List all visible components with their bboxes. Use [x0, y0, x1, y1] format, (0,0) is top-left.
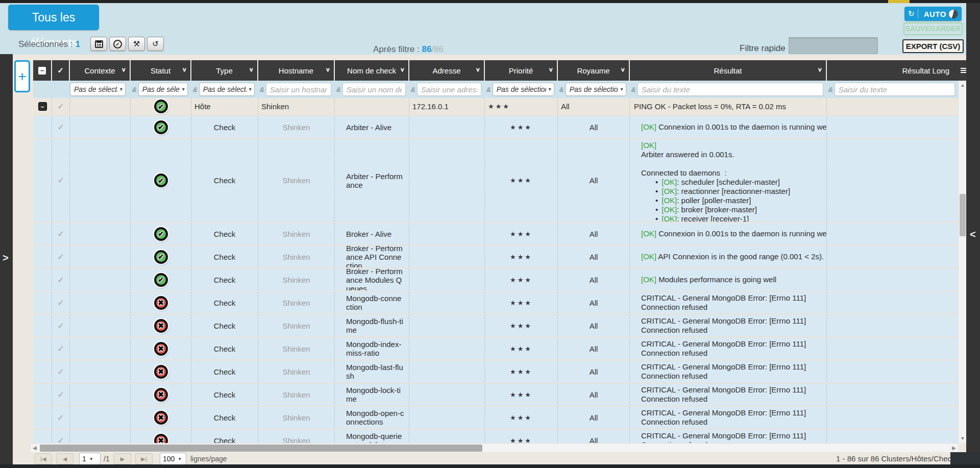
- filter-input-nomcheck[interactable]: [342, 83, 406, 96]
- table-row[interactable]: ✓✖CheckShinkenMongodb-queries-stat delet…: [33, 430, 959, 443]
- table-row[interactable]: ✓✔CheckShinkenArbiter - Alive★★★All[OK] …: [33, 116, 959, 139]
- cell-checked: ✓: [52, 430, 70, 443]
- first-page-button[interactable]: |◀: [35, 453, 52, 464]
- column-label: Priorité: [509, 66, 533, 75]
- row-check-icon[interactable]: ✓: [57, 390, 64, 400]
- filter-input-resultat_long[interactable]: [835, 83, 955, 96]
- row-check-icon[interactable]: ✓: [57, 275, 64, 285]
- column-header-minus[interactable]: –: [33, 60, 52, 81]
- filter-input-resultat[interactable]: [638, 83, 823, 96]
- result-line: CRITICAL - General MongoDB Error: [Errno…: [641, 385, 823, 404]
- scroll-up-icon[interactable]: ▲: [959, 83, 967, 88]
- column-header-hostname[interactable]: Hostname∨: [258, 60, 335, 81]
- next-page-button[interactable]: ▶: [114, 453, 131, 464]
- add-row-button[interactable]: +: [14, 60, 30, 92]
- column-header-contexte[interactable]: Contexte∨: [70, 60, 131, 81]
- row-check-icon[interactable]: ✓: [57, 413, 64, 423]
- table-row[interactable]: ✓✖CheckShinkenMongodb-connection★★★AllCR…: [33, 292, 959, 315]
- filter-select-type[interactable]: Pas de sélectior▼: [199, 83, 255, 96]
- filter-select-royaume[interactable]: Pas de sélectior▼: [566, 83, 626, 96]
- page-select[interactable]: 1▼: [79, 453, 101, 465]
- cell-resultat-long: [827, 407, 959, 428]
- expand-left-panel-icon[interactable]: >: [3, 252, 9, 264]
- cell-statut: ✔: [131, 246, 191, 267]
- last-page-button[interactable]: ▶|: [135, 453, 153, 464]
- cell-nom-de-check: Mongodb-queries-stat delete: [335, 430, 409, 443]
- result-text: Connexion in 0.001s to the daemon is run…: [656, 122, 827, 131]
- horizontal-scrollbar[interactable]: ◀ ▶: [31, 443, 958, 452]
- vertical-scrollbar[interactable]: ▲ ▼: [958, 81, 966, 443]
- table-row[interactable]: ✓✔CheckShinkenBroker - Alive★★★All[OK] C…: [33, 223, 959, 246]
- column-header-resultat[interactable]: Résultat∨: [630, 60, 827, 81]
- per-page-value: 100: [163, 455, 175, 463]
- filter-input-adresse[interactable]: [417, 83, 481, 96]
- row-check-icon[interactable]: ✓: [57, 367, 64, 377]
- vertical-scroll-thumb[interactable]: [960, 194, 966, 236]
- table-row[interactable]: ✓✔CheckShinkenArbiter - Performance★★★Al…: [33, 139, 959, 223]
- cell-resultat-long: [827, 116, 959, 138]
- horizontal-scroll-thumb[interactable]: [40, 445, 482, 452]
- scroll-left-icon[interactable]: ◀: [33, 445, 37, 451]
- row-minus-checkbox[interactable]: –: [38, 102, 47, 111]
- row-check-icon[interactable]: ✓: [57, 298, 64, 308]
- column-label: Statut: [151, 66, 170, 75]
- toolbar-button-undo[interactable]: ↺: [147, 37, 164, 51]
- cell-select: [33, 246, 52, 267]
- cell-priorite: ★★★: [485, 139, 558, 221]
- toolbar-button-tools[interactable]: ⚒: [128, 37, 145, 51]
- caret-down-icon: ▼: [620, 87, 624, 92]
- minus-box-icon[interactable]: –: [38, 67, 46, 75]
- scroll-down-icon[interactable]: ▼: [959, 436, 967, 441]
- prev-page-button[interactable]: ◀: [56, 453, 74, 464]
- table-row[interactable]: ✓✔CheckShinkenBroker - Performance API C…: [33, 246, 959, 269]
- filter-select-contexte[interactable]: Pas de sélecti▼: [70, 83, 126, 96]
- auto-refresh-button[interactable]: ↻ AUTO: [904, 7, 962, 21]
- table-row[interactable]: –✓✔HôteShinken172.16.0.1★★★AllPING OK - …: [33, 98, 959, 116]
- column-header-royaume[interactable]: Royaume∨: [558, 60, 630, 81]
- scroll-right-icon[interactable]: ▶: [952, 445, 956, 451]
- table-row[interactable]: ✓✖CheckShinkenMongodb-index-miss-ratio★★…: [33, 338, 959, 361]
- auto-toggle-icon[interactable]: [948, 9, 958, 19]
- filter-input-hostname[interactable]: [266, 83, 331, 96]
- row-check-icon[interactable]: ✓: [57, 344, 64, 354]
- column-header-type[interactable]: Type∨: [191, 60, 258, 81]
- column-header-adresse[interactable]: Adresse∨: [409, 60, 485, 81]
- export-csv-button[interactable]: EXPORT (CSV): [902, 39, 964, 53]
- result-text: CRITICAL - General MongoDB Error: [Errno…: [641, 408, 806, 426]
- row-check-icon[interactable]: ✓: [57, 122, 64, 132]
- cell-priorite: ★★★: [485, 407, 558, 428]
- save-button[interactable]: SAUVEGARDER: [903, 22, 963, 35]
- table-row[interactable]: ✓✖CheckShinkenMongodb-last-flush★★★AllCR…: [33, 361, 959, 384]
- table-row[interactable]: ✓✖CheckShinkenMongodb-open-connections★★…: [33, 407, 959, 430]
- cell-priorite: ★★★: [485, 430, 558, 443]
- column-header-statut[interactable]: Statut∨: [131, 60, 191, 81]
- quick-filter-input[interactable]: [789, 37, 878, 54]
- column-header-check[interactable]: ✓: [52, 60, 70, 81]
- row-check-icon[interactable]: ✓: [57, 321, 64, 331]
- row-check-icon[interactable]: ✓: [57, 252, 64, 262]
- and-separator: &: [132, 86, 137, 93]
- table-row[interactable]: ✓✔CheckShinkenBroker - Performance Modul…: [33, 269, 959, 292]
- toolbar-button-check-circle[interactable]: ✓: [109, 37, 126, 51]
- table-row[interactable]: ✓✖CheckShinkenMongodb-flush-time★★★AllCR…: [33, 315, 959, 338]
- row-check-icon[interactable]: ✓: [57, 102, 64, 111]
- expand-right-panel-icon[interactable]: <: [970, 229, 976, 240]
- per-page-select[interactable]: 100▼: [160, 453, 186, 465]
- column-header-nomcheck[interactable]: Nom de check∨: [335, 60, 409, 81]
- row-check-icon[interactable]: ✓: [57, 176, 64, 185]
- row-check-icon[interactable]: ✓: [57, 436, 64, 444]
- column-header-priorite[interactable]: Priorité∨: [485, 60, 558, 81]
- status-ok-icon: ✔: [154, 174, 168, 187]
- filter-select-priorite[interactable]: Pas de sélection▼: [493, 83, 554, 96]
- cell-priorite: ★★★: [485, 246, 558, 267]
- table-row[interactable]: ✓✖CheckShinkenMongodb-lock-time★★★AllCRI…: [33, 384, 959, 407]
- filter-select-statut[interactable]: Pas de sélecti▼: [138, 83, 188, 96]
- all-elements-button[interactable]: Tous les éléments: [8, 5, 99, 30]
- cell-checked: ✓: [52, 384, 70, 405]
- row-check-icon[interactable]: ✓: [57, 229, 64, 239]
- caret-down-icon: ▼: [181, 87, 186, 92]
- cell-royaume: All: [558, 116, 630, 138]
- column-header-resultat_long[interactable]: Résultat Long: [827, 60, 959, 81]
- check-icon[interactable]: ✓: [57, 66, 64, 75]
- toolbar-button-calendar[interactable]: 15: [90, 37, 107, 51]
